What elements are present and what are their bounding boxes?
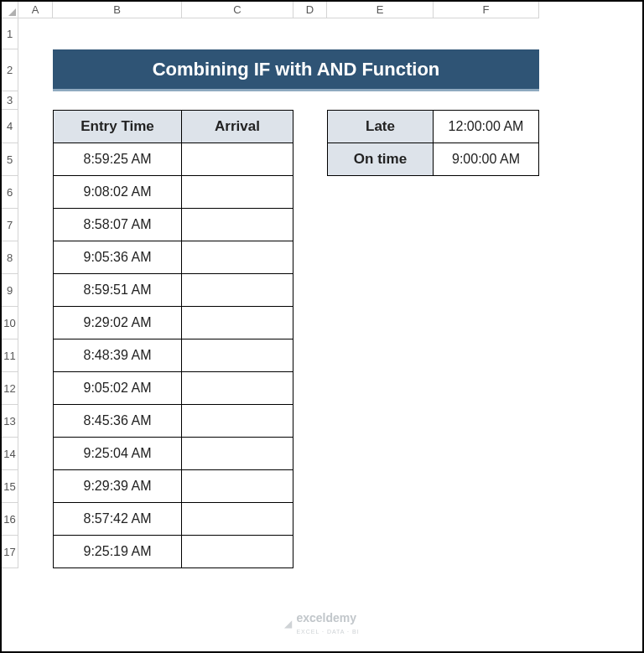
entry-time-cell[interactable]: 9:05:02 AM	[53, 372, 182, 405]
row-header-16[interactable]: 16	[2, 503, 18, 536]
row-header-2[interactable]: 2	[2, 49, 18, 91]
row-header-8[interactable]: 8	[2, 241, 18, 274]
row-header-7[interactable]: 7	[2, 209, 18, 241]
entry-time-cell[interactable]: 8:57:42 AM	[53, 503, 182, 536]
select-all-triangle[interactable]	[2, 2, 18, 18]
header-entry-time[interactable]: Entry Time	[53, 110, 182, 143]
row-header-1[interactable]: 1	[2, 18, 18, 49]
entry-time-cell[interactable]: 8:48:39 AM	[53, 339, 182, 372]
label-ontime[interactable]: On time	[327, 143, 434, 176]
row-header-6[interactable]: 6	[2, 176, 18, 209]
arrival-cell[interactable]	[182, 143, 293, 176]
header-arrival[interactable]: Arrival	[182, 110, 293, 143]
row-header-12[interactable]: 12	[2, 372, 18, 405]
col-header-B[interactable]: B	[53, 2, 182, 18]
arrival-cell[interactable]	[182, 176, 293, 209]
value-late[interactable]: 12:00:00 AM	[434, 110, 539, 143]
row-header-5[interactable]: 5	[2, 143, 18, 176]
arrival-cell[interactable]	[182, 241, 293, 274]
entry-time-cell[interactable]: 9:25:04 AM	[53, 438, 182, 470]
row-header-14[interactable]: 14	[2, 438, 18, 470]
value-ontime[interactable]: 9:00:00 AM	[434, 143, 539, 176]
col-header-E[interactable]: E	[327, 2, 434, 18]
col-header-D[interactable]: D	[293, 2, 327, 18]
row-header-13[interactable]: 13	[2, 405, 18, 438]
watermark-brand: exceldemy	[296, 611, 356, 624]
row-headers: 1 2 3 4 5 6 7 8 9 10 11 12 13 14 15 16 1…	[2, 18, 18, 568]
entry-time-cell[interactable]: 9:29:02 AM	[53, 307, 182, 339]
arrival-cell[interactable]	[182, 470, 293, 503]
arrival-cell[interactable]	[182, 372, 293, 405]
row-header-9[interactable]: 9	[2, 274, 18, 307]
row-header-4[interactable]: 4	[2, 110, 18, 143]
entry-time-cell[interactable]: 8:58:07 AM	[53, 209, 182, 241]
entry-time-cell[interactable]: 9:25:19 AM	[53, 536, 182, 568]
col-header-C[interactable]: C	[182, 2, 293, 18]
watermark: ◢ exceldemy EXCEL · DATA · BI	[284, 611, 359, 636]
row-header-3[interactable]: 3	[2, 91, 18, 110]
row-header-10[interactable]: 10	[2, 307, 18, 339]
entry-time-cell[interactable]: 9:05:36 AM	[53, 241, 182, 274]
arrival-cell[interactable]	[182, 405, 293, 438]
entry-time-cell[interactable]: 8:59:51 AM	[53, 274, 182, 307]
entry-time-cell[interactable]: 9:08:02 AM	[53, 176, 182, 209]
arrival-cell[interactable]	[182, 503, 293, 536]
watermark-tag: EXCEL · DATA · BI	[296, 629, 359, 635]
entry-time-cell[interactable]: 9:29:39 AM	[53, 470, 182, 503]
row-header-15[interactable]: 15	[2, 470, 18, 503]
arrival-cell[interactable]	[182, 438, 293, 470]
arrival-cell[interactable]	[182, 274, 293, 307]
arrival-cell[interactable]	[182, 339, 293, 372]
data-rows: 9:08:02 AM8:58:07 AM9:05:36 AM8:59:51 AM…	[53, 176, 642, 568]
arrival-cell[interactable]	[182, 307, 293, 339]
col-header-A[interactable]: A	[18, 2, 53, 18]
row-header-17[interactable]: 17	[2, 536, 18, 568]
logo-icon: ◢	[284, 618, 292, 630]
spreadsheet-grid[interactable]: A B C D E F	[2, 2, 642, 18]
entry-time-cell[interactable]: 8:59:25 AM	[53, 143, 182, 176]
entry-time-cell[interactable]: 8:45:36 AM	[53, 405, 182, 438]
title-banner: Combining IF with AND Function	[53, 49, 539, 91]
row-header-11[interactable]: 11	[2, 339, 18, 372]
col-header-F[interactable]: F	[434, 2, 539, 18]
arrival-cell[interactable]	[182, 209, 293, 241]
arrival-cell[interactable]	[182, 536, 293, 568]
label-late[interactable]: Late	[327, 110, 434, 143]
sheet-content: Combining IF with AND Function Entry Tim…	[53, 18, 642, 651]
